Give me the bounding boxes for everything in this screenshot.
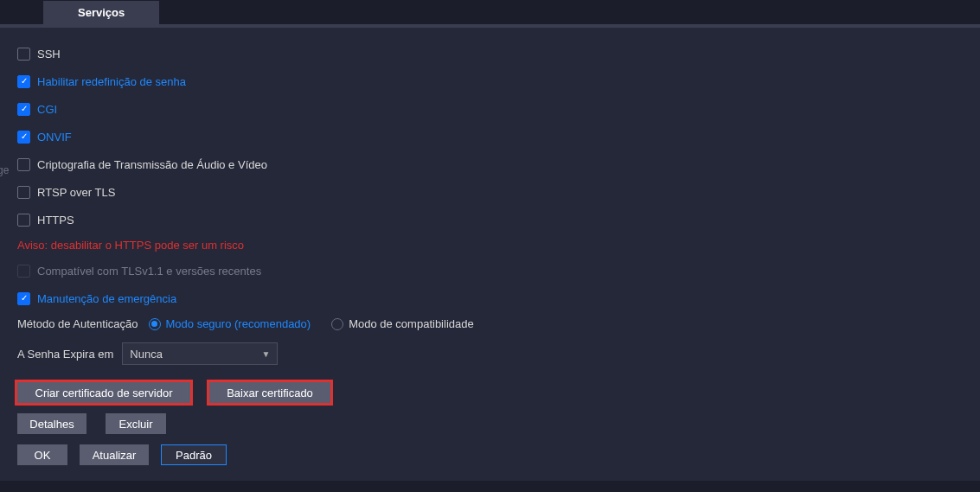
checkbox-row-cgi[interactable]: ✓ CGI xyxy=(17,100,963,118)
checkbox-emergency[interactable]: ✓ xyxy=(17,292,30,305)
delete-button[interactable]: Excluir xyxy=(106,413,166,434)
details-button-row: Detalhes Excluir xyxy=(17,413,963,434)
side-text: ge xyxy=(0,164,9,176)
password-expire-select[interactable]: Nunca ▼ xyxy=(122,342,278,365)
checkbox-row-onvif[interactable]: ✓ ONVIF xyxy=(17,128,963,145)
checkmark-icon: ✓ xyxy=(21,132,28,141)
https-warning: Aviso: desabilitar o HTTPS pode ser um r… xyxy=(17,239,963,252)
checkmark-icon: ✓ xyxy=(21,77,28,86)
label-emergency: Manutenção de emergência xyxy=(37,292,176,305)
checkbox-row-rtsp-tls[interactable]: RTSP over TLS xyxy=(17,183,963,201)
checkmark-icon: ✓ xyxy=(21,294,28,303)
details-button[interactable]: Detalhes xyxy=(17,413,86,434)
checkbox-tls-compat xyxy=(17,265,30,278)
label-tls-compat: Compatível com TLSv1.1 e versões recente… xyxy=(37,265,261,278)
label-rtsp-tls: RTSP over TLS xyxy=(37,186,115,199)
password-expire-label: A Senha Expira em xyxy=(17,348,113,361)
auth-method-label: Método de Autenticação xyxy=(17,317,138,330)
checkbox-av-encryption[interactable] xyxy=(17,158,30,171)
password-expire-value: Nunca xyxy=(130,348,163,361)
checkbox-row-https[interactable]: HTTPS xyxy=(17,211,963,228)
checkbox-ssh[interactable] xyxy=(17,48,30,61)
radio-secure[interactable] xyxy=(149,318,161,330)
checkbox-row-tls-compat: Compatível com TLSv1.1 e versões recente… xyxy=(17,262,963,279)
checkbox-row-reset-password[interactable]: ✓ Habilitar redefinição de senha xyxy=(17,73,963,90)
radio-label-secure: Modo seguro (recomendado) xyxy=(166,317,311,330)
download-certificate-button[interactable]: Baixar certificado xyxy=(209,382,330,403)
checkbox-rtsp-tls[interactable] xyxy=(17,186,30,199)
tab-bar: Serviços xyxy=(0,0,980,24)
chevron-down-icon: ▼ xyxy=(261,349,270,359)
checkmark-icon: ✓ xyxy=(21,105,28,113)
checkbox-reset-password[interactable]: ✓ xyxy=(17,75,30,88)
label-onvif: ONVIF xyxy=(37,131,72,144)
radio-compat[interactable] xyxy=(331,318,343,330)
create-certificate-button[interactable]: Criar certificado de servidor xyxy=(17,382,190,403)
auth-method-row: Método de Autenticação Modo seguro (reco… xyxy=(17,317,963,330)
ok-button[interactable]: OK xyxy=(17,444,67,465)
label-av-encryption: Criptografia de Transmissão de Áudio e V… xyxy=(37,158,267,171)
refresh-button[interactable]: Atualizar xyxy=(80,444,149,465)
checkbox-row-av-encryption[interactable]: Criptografia de Transmissão de Áudio e V… xyxy=(17,156,963,173)
label-reset-password: Habilitar redefinição de senha xyxy=(37,75,186,88)
checkbox-cgi[interactable]: ✓ xyxy=(17,103,30,116)
cert-button-row: Criar certificado de servidor Baixar cer… xyxy=(17,382,963,403)
radio-group-compat[interactable]: Modo de compatibilidade xyxy=(331,317,474,330)
radio-label-compat: Modo de compatibilidade xyxy=(349,317,474,330)
label-cgi: CGI xyxy=(37,103,57,116)
password-expire-row: A Senha Expira em Nunca ▼ xyxy=(17,342,963,365)
checkbox-row-ssh[interactable]: SSH xyxy=(17,45,963,62)
radio-group-secure[interactable]: Modo seguro (recomendado) xyxy=(149,317,311,330)
checkbox-https[interactable] xyxy=(17,214,30,227)
tab-services[interactable]: Serviços xyxy=(43,1,159,24)
content-panel: SSH ✓ Habilitar redefinição de senha ✓ C… xyxy=(0,28,980,481)
label-ssh: SSH xyxy=(37,48,61,61)
default-button[interactable]: Padrão xyxy=(161,444,227,465)
checkbox-row-emergency[interactable]: ✓ Manutenção de emergência xyxy=(17,290,963,307)
label-https: HTTPS xyxy=(37,214,74,227)
action-button-row: OK Atualizar Padrão xyxy=(17,444,963,465)
checkbox-onvif[interactable]: ✓ xyxy=(17,131,30,144)
